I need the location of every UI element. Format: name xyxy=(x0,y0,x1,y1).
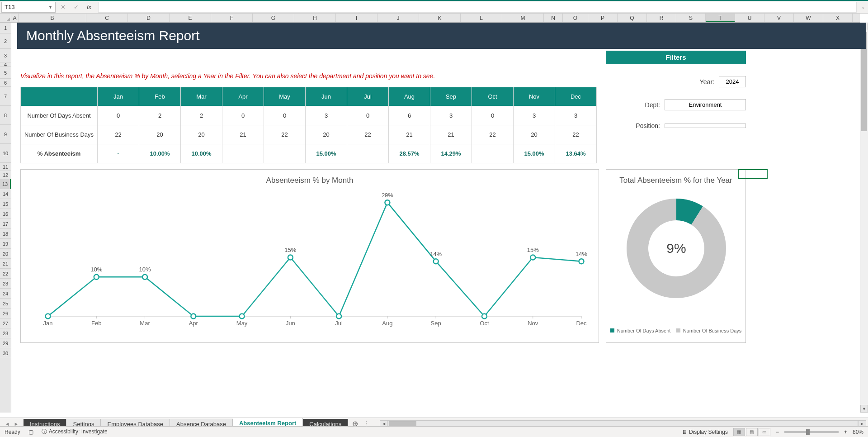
row-header-1[interactable]: 1 xyxy=(0,23,11,33)
view-page-layout-icon[interactable]: ▤ xyxy=(746,428,758,436)
table-cell: 0 xyxy=(222,106,264,125)
view-page-break-icon[interactable]: ▭ xyxy=(759,428,770,436)
row-header-3[interactable]: 3 xyxy=(0,49,11,62)
name-box-value: T13 xyxy=(5,4,14,10)
col-header-C[interactable]: C xyxy=(86,14,128,22)
row-header-23[interactable]: 23 xyxy=(0,279,11,289)
status-bar: Ready ▢ ⓘAccessibility: Investigate 🖥Dis… xyxy=(0,426,868,437)
hscroll-thumb[interactable] xyxy=(389,421,416,427)
row-header-5[interactable]: 5 xyxy=(0,67,11,79)
row-header-19[interactable]: 19 xyxy=(0,239,11,249)
filter-dept-value[interactable]: Environment xyxy=(665,99,746,110)
row-header-8[interactable]: 8 xyxy=(0,106,11,125)
grid-content[interactable]: Monthly Absenteeism Report Visualize in … xyxy=(11,23,860,413)
col-header-F[interactable]: F xyxy=(211,14,253,22)
row-header-28[interactable]: 28 xyxy=(0,328,11,338)
row-header-7[interactable]: 7 xyxy=(0,87,11,106)
col-header-B[interactable]: B xyxy=(19,14,86,22)
col-header-G[interactable]: G xyxy=(253,14,294,22)
row-header-22[interactable]: 22 xyxy=(0,269,11,279)
row-header-6[interactable]: 6 xyxy=(0,79,11,87)
col-header-X[interactable]: X xyxy=(823,14,853,22)
row-header-15[interactable]: 15 xyxy=(0,199,11,209)
accessibility-status[interactable]: ⓘAccessibility: Investigate xyxy=(42,428,108,436)
row-header-12[interactable]: 12 xyxy=(0,171,11,179)
absenteeism-table: JanFebMarAprMayJunJulAugSepOctNovDecNumb… xyxy=(20,87,597,163)
zoom-out-button[interactable]: − xyxy=(776,429,779,435)
col-header-V[interactable]: V xyxy=(764,14,794,22)
month-header: May xyxy=(264,87,306,106)
row-header-4[interactable]: 4 xyxy=(0,62,11,67)
accept-formula-icon[interactable]: ✓ xyxy=(70,2,82,13)
row-header-20[interactable]: 20 xyxy=(0,249,11,259)
scroll-down-icon[interactable]: ▼ xyxy=(860,405,868,413)
col-header-O[interactable]: O xyxy=(563,14,588,22)
row-header-25[interactable]: 25 xyxy=(0,299,11,309)
zoom-in-button[interactable]: + xyxy=(844,429,847,435)
col-header-J[interactable]: J xyxy=(377,14,419,22)
cancel-formula-icon[interactable]: ✕ xyxy=(57,2,69,13)
row-header-14[interactable]: 14 xyxy=(0,189,11,199)
row-header-13[interactable]: 13 xyxy=(0,179,11,189)
row-header-27[interactable]: 27 xyxy=(0,318,11,328)
filter-year-value[interactable]: 2024 xyxy=(719,76,746,87)
svg-point-26 xyxy=(94,275,99,280)
col-header-W[interactable]: W xyxy=(794,14,823,22)
select-all-corner[interactable] xyxy=(0,14,11,23)
table-cell: 22 xyxy=(347,125,389,144)
row-header-18[interactable]: 18 xyxy=(0,229,11,239)
col-header-I[interactable]: I xyxy=(336,14,377,22)
filter-year-label: Year: xyxy=(700,78,714,86)
name-box-dropdown-icon[interactable]: ▼ xyxy=(48,5,52,10)
macro-record-icon[interactable]: ▢ xyxy=(28,429,33,435)
col-header-S[interactable]: S xyxy=(676,14,706,22)
row-header-9[interactable]: 9 xyxy=(0,125,11,144)
col-header-D[interactable]: D xyxy=(128,14,170,22)
table-cell: 20 xyxy=(181,125,222,144)
col-header-N[interactable]: N xyxy=(544,14,563,22)
row-header-17[interactable]: 17 xyxy=(0,219,11,229)
row-header-21[interactable]: 21 xyxy=(0,259,11,269)
filter-position-value[interactable] xyxy=(665,124,746,128)
zoom-slider[interactable] xyxy=(784,431,839,433)
donut-chart[interactable]: Total Absenteeism % for the Year 9% Numb… xyxy=(606,169,746,343)
svg-text:Nov: Nov xyxy=(528,320,538,327)
col-header-U[interactable]: U xyxy=(735,14,764,22)
fx-icon[interactable]: fx xyxy=(83,2,95,13)
svg-point-31 xyxy=(240,314,245,319)
row-header-16[interactable]: 16 xyxy=(0,209,11,219)
col-header-L[interactable]: L xyxy=(461,14,502,22)
col-header-Q[interactable]: Q xyxy=(618,14,647,22)
col-header-M[interactable]: M xyxy=(502,14,544,22)
col-header-R[interactable]: R xyxy=(647,14,676,22)
row-header-10[interactable]: 10 xyxy=(0,144,11,163)
table-cell: 6 xyxy=(389,106,430,125)
col-header-P[interactable]: P xyxy=(588,14,618,22)
row-header-29[interactable]: 29 xyxy=(0,338,11,348)
svg-text:29%: 29% xyxy=(382,192,393,199)
row-header-26[interactable]: 26 xyxy=(0,309,11,318)
col-header-K[interactable]: K xyxy=(419,14,461,22)
col-header-A[interactable]: A xyxy=(11,14,19,22)
row-header-2[interactable]: 2 xyxy=(0,33,11,49)
formula-input[interactable] xyxy=(98,2,857,13)
formula-bar-expand-icon[interactable]: ⌄ xyxy=(858,5,868,10)
zoom-value[interactable]: 80% xyxy=(853,429,863,435)
col-header-E[interactable]: E xyxy=(170,14,211,22)
svg-point-40 xyxy=(530,255,535,260)
table-cell xyxy=(347,144,389,163)
display-settings-button[interactable]: 🖥Display Settings xyxy=(682,429,728,435)
line-chart[interactable]: Absenteeism % by Month JanFebMarAprMayJu… xyxy=(20,169,599,343)
table-cell: 0 xyxy=(347,106,389,125)
vertical-scrollbar[interactable]: ▲ ▼ xyxy=(860,23,868,413)
filter-dept-label: Dept: xyxy=(645,101,660,109)
col-header-H[interactable]: H xyxy=(294,14,336,22)
svg-text:15%: 15% xyxy=(527,247,539,253)
row-header-30[interactable]: 30 xyxy=(0,348,11,358)
col-header-T[interactable]: T xyxy=(706,14,735,22)
row-header-11[interactable]: 11 xyxy=(0,163,11,171)
name-box[interactable]: T13 ▼ xyxy=(1,2,56,13)
row-label: Number Of Business Days xyxy=(21,125,98,144)
row-header-24[interactable]: 24 xyxy=(0,289,11,299)
view-normal-icon[interactable]: ▦ xyxy=(733,428,745,436)
